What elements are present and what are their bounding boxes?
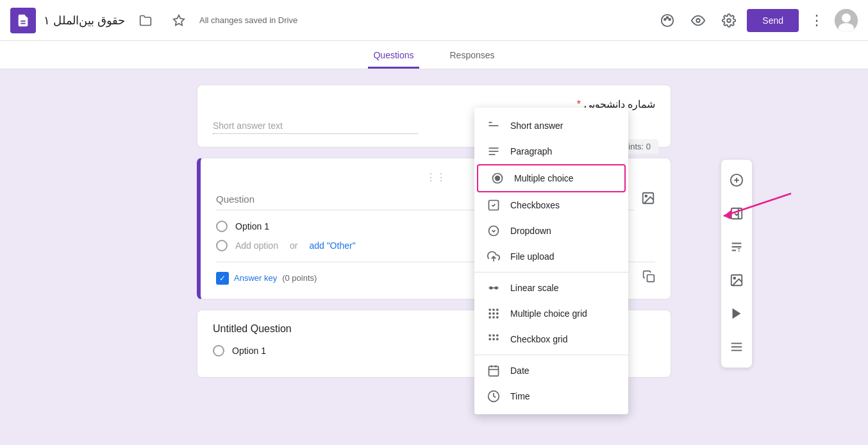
svg-rect-42 (492, 309, 494, 311)
svg-rect-48 (492, 316, 494, 318)
main-content: points: 0 شماره دانشجویی * Short answer … (0, 69, 868, 442)
add-image-button[interactable] (721, 265, 752, 296)
menu-item-short-answer[interactable]: Short answer (474, 113, 628, 139)
add-video-button[interactable] (721, 298, 752, 329)
svg-rect-18 (731, 208, 742, 219)
svg-point-6 (669, 18, 671, 20)
menu-label-paragraph: Paragraph (510, 146, 552, 156)
time-icon (487, 390, 500, 403)
menu-label-mc-grid: Multiple choice grid (510, 308, 587, 319)
folder-icon[interactable] (133, 8, 158, 33)
radio-add (216, 240, 228, 251)
menu-label-short-answer: Short answer (510, 121, 563, 131)
page-title: حقوق بین‌الملل ۱ (44, 13, 125, 28)
checkbox-grid-icon (487, 333, 500, 346)
preview-button[interactable] (685, 8, 711, 33)
answer-key-icon: ✓ (216, 272, 229, 285)
menu-item-paragraph[interactable]: Paragraph (474, 139, 628, 164)
dropdown-menu: Short answer Paragraph Multiple choice C… (474, 108, 628, 414)
header-left: حقوق بین‌الملل ۱ All changes saved in Dr… (10, 8, 655, 33)
date-icon (487, 364, 500, 377)
add-section-button[interactable] (721, 332, 752, 362)
image-icon-button[interactable] (641, 191, 655, 208)
menu-item-mc-grid[interactable]: Multiple choice grid (474, 301, 628, 326)
svg-marker-2 (174, 15, 185, 25)
menu-divider-2 (474, 355, 628, 355)
menu-item-date[interactable]: Date (474, 358, 628, 383)
or-text: or (290, 240, 297, 251)
settings-button[interactable] (716, 8, 742, 33)
short-answer-icon (487, 119, 500, 132)
copy-button[interactable] (642, 270, 655, 286)
menu-item-time[interactable]: Time (474, 383, 628, 409)
svg-point-21 (733, 277, 735, 279)
radio-option1 (216, 221, 228, 232)
svg-rect-49 (496, 316, 498, 318)
svg-point-5 (667, 17, 669, 19)
svg-rect-53 (489, 338, 491, 340)
svg-rect-51 (492, 335, 494, 337)
svg-point-36 (489, 226, 499, 236)
short-answer-placeholder: Short answer text (213, 121, 418, 134)
add-option-text[interactable]: Add option (235, 240, 278, 251)
svg-rect-43 (496, 309, 498, 311)
tab-responses[interactable]: Responses (445, 41, 500, 69)
menu-item-checkbox-grid[interactable]: Checkbox grid (474, 326, 628, 352)
tab-questions[interactable]: Questions (368, 41, 419, 69)
menu-label-checkboxes: Checkboxes (510, 200, 560, 210)
svg-point-34 (495, 176, 500, 181)
right-toolbar: T (721, 159, 753, 368)
svg-rect-54 (492, 338, 494, 340)
answer-key-button[interactable]: ✓ Answer key (0 points) (216, 272, 317, 285)
svg-point-40 (496, 287, 497, 289)
linear-scale-icon (487, 281, 500, 294)
menu-item-multiple-choice[interactable]: Multiple choice (477, 164, 626, 192)
untitled-option1-label: Option 1 (232, 346, 266, 356)
svg-point-13 (645, 195, 647, 197)
menu-label-date: Date (510, 365, 530, 376)
svg-point-39 (490, 287, 492, 289)
menu-item-dropdown[interactable]: Dropdown (474, 218, 628, 244)
import-question-button[interactable] (721, 198, 752, 229)
add-other-link[interactable]: add "Other" (309, 240, 355, 251)
send-button[interactable]: Send (747, 9, 799, 32)
app-icon (10, 8, 36, 33)
menu-item-linear-scale[interactable]: Linear scale (474, 275, 628, 301)
saved-status: All changes saved in Drive (199, 15, 297, 25)
svg-rect-44 (489, 312, 491, 314)
add-question-button[interactable] (721, 165, 752, 196)
svg-text:T: T (737, 247, 741, 253)
svg-point-8 (728, 19, 731, 22)
svg-point-4 (664, 18, 666, 20)
menu-label-multiple-choice: Multiple choice (514, 173, 574, 183)
tabs-area: Questions Responses (0, 41, 868, 69)
menu-label-linear-scale: Linear scale (510, 283, 559, 293)
untitled-radio-option1 (213, 345, 224, 357)
menu-label-dropdown: Dropdown (510, 226, 551, 236)
multiple-choice-icon (491, 172, 504, 185)
more-button[interactable]: ⋮ (804, 8, 830, 33)
svg-rect-47 (489, 316, 491, 318)
avatar[interactable] (835, 9, 858, 32)
svg-rect-55 (496, 338, 498, 340)
option1-label: Option 1 (235, 221, 269, 231)
svg-rect-41 (489, 309, 491, 311)
mc-grid-icon (487, 307, 500, 320)
svg-rect-46 (496, 312, 498, 314)
star-icon[interactable] (166, 8, 192, 33)
menu-item-file-upload[interactable]: File upload (474, 244, 628, 269)
file-upload-icon (487, 250, 500, 263)
header: حقوق بین‌الملل ۱ All changes saved in Dr… (0, 0, 868, 41)
menu-item-checkboxes[interactable]: Checkboxes (474, 192, 628, 218)
palette-button[interactable] (655, 8, 680, 33)
add-title-button[interactable]: T (721, 231, 752, 262)
dropdown-icon (487, 224, 500, 237)
svg-rect-52 (496, 335, 498, 337)
menu-label-time: Time (510, 391, 530, 401)
checkboxes-icon (487, 199, 500, 212)
more-icon: ⋮ (810, 12, 824, 29)
menu-divider-1 (474, 272, 628, 273)
svg-point-7 (697, 19, 701, 22)
menu-label-checkbox-grid: Checkbox grid (510, 334, 568, 344)
menu-label-file-upload: File upload (510, 251, 555, 262)
